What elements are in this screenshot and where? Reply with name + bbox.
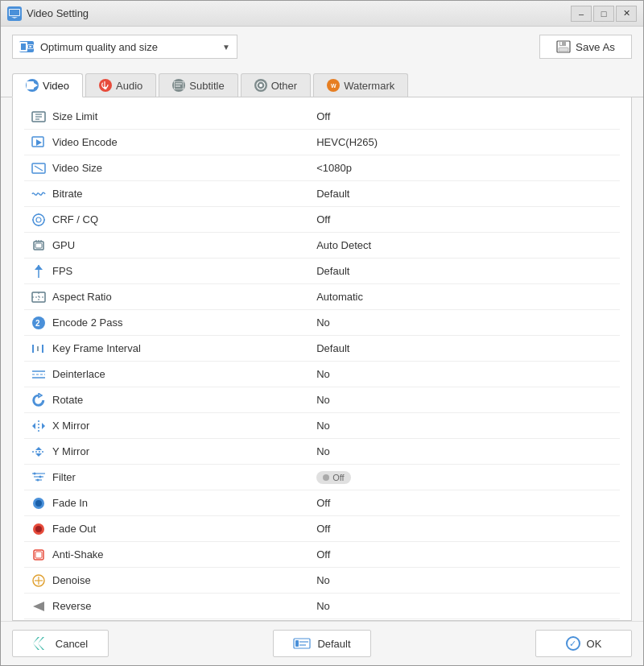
filter-value: Off	[310, 465, 620, 490]
svg-marker-26	[36, 139, 42, 146]
other-tab-icon	[254, 79, 267, 92]
svg-point-62	[34, 472, 36, 474]
table-row[interactable]: Fade InOff	[24, 490, 620, 516]
svg-point-64	[37, 478, 39, 481]
fade-in-value: Off	[310, 490, 620, 516]
table-row[interactable]: Fade OutOff	[24, 516, 620, 542]
bitrate-label: Bitrate	[52, 188, 83, 200]
size-limit-label: Size Limit	[52, 110, 97, 122]
table-row[interactable]: GPUAuto Detect	[24, 233, 620, 259]
key-frame-interval-icon	[31, 341, 47, 356]
save-icon	[556, 40, 571, 53]
table-row[interactable]: FilterOff	[24, 465, 620, 490]
anti-shake-icon	[31, 548, 47, 562]
tab-subtitle[interactable]: Subtitle	[159, 73, 237, 97]
svg-point-66	[35, 500, 42, 507]
subtitle-tab-icon	[172, 79, 185, 92]
watermark-tab-icon: W	[327, 79, 340, 92]
y-mirror-value: No	[310, 439, 620, 465]
svg-rect-78	[295, 640, 299, 647]
settings-content: Size LimitOffVideo EncodeHEVC(H265)Video…	[12, 97, 632, 621]
bitrate-icon	[31, 187, 47, 201]
cancel-button[interactable]: Cancel	[12, 630, 109, 657]
rotate-icon	[31, 393, 47, 407]
settings-table: Size LimitOffVideo EncodeHEVC(H265)Video…	[24, 104, 620, 619]
table-row[interactable]: ReverseNo	[24, 594, 620, 619]
svg-marker-75	[33, 637, 39, 650]
aspect-ratio-icon	[31, 290, 47, 304]
svg-text:2: 2	[35, 319, 40, 328]
svg-marker-74	[33, 602, 44, 611]
maximize-button[interactable]: □	[593, 6, 614, 22]
gpu-icon	[31, 238, 47, 253]
tab-other[interactable]: Other	[241, 73, 312, 97]
toolbar: Optimum quality and size ▼ Save As	[1, 27, 643, 67]
svg-point-30	[36, 217, 41, 222]
gpu-value: Auto Detect	[310, 233, 620, 259]
close-button[interactable]: ✕	[616, 6, 637, 22]
svg-marker-55	[42, 423, 45, 429]
default-icon	[293, 637, 311, 650]
table-row[interactable]: Video EncodeHEVC(H265)	[24, 130, 620, 155]
table-row[interactable]: X MirrorNo	[24, 413, 620, 439]
svg-marker-57	[35, 447, 42, 450]
svg-point-18	[259, 84, 262, 87]
deinterlace-value: No	[310, 362, 620, 387]
table-row[interactable]: DenoiseNo	[24, 568, 620, 594]
table-row[interactable]: Video Size<1080p	[24, 155, 620, 181]
table-row[interactable]: DeinterlaceNo	[24, 362, 620, 387]
crf-cq-value: Off	[310, 207, 620, 233]
dropdown-arrow-icon: ▼	[222, 43, 230, 52]
default-label: Default	[317, 638, 350, 650]
table-row[interactable]: FPSDefault	[24, 259, 620, 284]
tab-audio[interactable]: Audio	[85, 73, 156, 97]
save-as-button[interactable]: Save As	[539, 35, 632, 59]
rotate-value: No	[310, 387, 620, 413]
fps-label: FPS	[52, 265, 72, 277]
cancel-label: Cancel	[56, 638, 88, 650]
rotate-label: Rotate	[52, 394, 83, 406]
audio-tab-icon	[99, 79, 112, 92]
size-limit-icon	[31, 110, 47, 124]
svg-rect-36	[35, 243, 42, 248]
table-row[interactable]: Aspect RatioAutomatic	[24, 284, 620, 310]
aspect-ratio-label: Aspect Ratio	[52, 291, 112, 303]
preset-icon	[19, 41, 34, 52]
svg-marker-2	[11, 17, 18, 19]
svg-marker-10	[34, 83, 38, 88]
table-row[interactable]: Size LimitOff	[24, 104, 620, 130]
tab-video[interactable]: Video	[12, 73, 83, 97]
preset-text: Optimum quality and size	[40, 41, 217, 53]
table-row[interactable]: CRF / CQOff	[24, 207, 620, 233]
video-encode-icon	[31, 135, 47, 150]
tab-other-label: Other	[271, 80, 298, 92]
table-row[interactable]: BitrateDefault	[24, 181, 620, 207]
tab-subtitle-label: Subtitle	[189, 80, 224, 92]
svg-marker-41	[35, 265, 43, 270]
denoise-icon	[31, 573, 47, 588]
table-row[interactable]: Key Frame IntervalDefault	[24, 336, 620, 362]
crf-cq-icon	[31, 213, 47, 227]
y-mirror-icon	[31, 445, 47, 459]
fps-value: Default	[310, 259, 620, 284]
table-row[interactable]: RotateNo	[24, 387, 620, 413]
svg-line-28	[35, 166, 43, 171]
ok-button[interactable]: ✓ OK	[535, 630, 632, 657]
preset-dropdown[interactable]: Optimum quality and size ▼	[12, 35, 237, 59]
table-row[interactable]: Y MirrorNo	[24, 439, 620, 465]
video-size-icon	[31, 161, 47, 176]
reverse-value: No	[310, 594, 620, 619]
svg-point-68	[35, 526, 42, 532]
ok-label: OK	[587, 638, 602, 650]
minimize-button[interactable]: –	[571, 6, 592, 22]
fade-out-label: Fade Out	[52, 523, 96, 535]
default-button[interactable]: Default	[273, 630, 370, 657]
table-row[interactable]: Anti-ShakeOff	[24, 542, 620, 568]
key-frame-interval-label: Key Frame Interval	[52, 342, 141, 354]
tab-watermark[interactable]: W Watermark	[313, 73, 408, 97]
y-mirror-label: Y Mirror	[52, 445, 89, 457]
table-row[interactable]: 2Encode 2 PassNo	[24, 310, 620, 336]
svg-rect-9	[27, 81, 34, 89]
video-tab-icon	[26, 79, 39, 92]
x-mirror-icon	[31, 419, 47, 433]
